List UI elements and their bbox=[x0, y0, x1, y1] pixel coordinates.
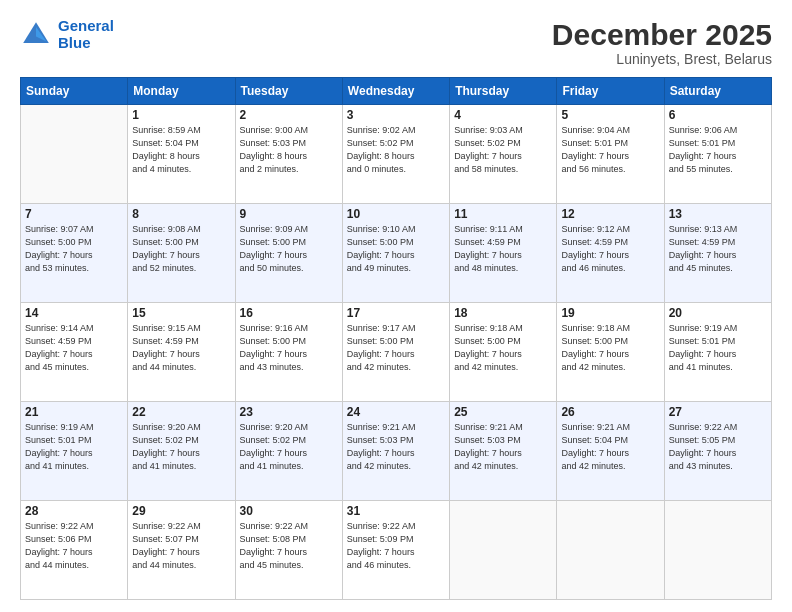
header-row: SundayMondayTuesdayWednesdayThursdayFrid… bbox=[21, 78, 772, 105]
day-number: 23 bbox=[240, 405, 338, 419]
logo-icon bbox=[20, 19, 52, 51]
day-number: 29 bbox=[132, 504, 230, 518]
day-info: Sunrise: 9:08 AM Sunset: 5:00 PM Dayligh… bbox=[132, 223, 230, 275]
day-number: 31 bbox=[347, 504, 445, 518]
day-cell: 27Sunrise: 9:22 AM Sunset: 5:05 PM Dayli… bbox=[664, 402, 771, 501]
day-info: Sunrise: 9:21 AM Sunset: 5:04 PM Dayligh… bbox=[561, 421, 659, 473]
day-info: Sunrise: 9:22 AM Sunset: 5:09 PM Dayligh… bbox=[347, 520, 445, 572]
day-info: Sunrise: 9:06 AM Sunset: 5:01 PM Dayligh… bbox=[669, 124, 767, 176]
day-info: Sunrise: 8:59 AM Sunset: 5:04 PM Dayligh… bbox=[132, 124, 230, 176]
day-info: Sunrise: 9:13 AM Sunset: 4:59 PM Dayligh… bbox=[669, 223, 767, 275]
day-info: Sunrise: 9:15 AM Sunset: 4:59 PM Dayligh… bbox=[132, 322, 230, 374]
day-info: Sunrise: 9:22 AM Sunset: 5:05 PM Dayligh… bbox=[669, 421, 767, 473]
week-row-5: 28Sunrise: 9:22 AM Sunset: 5:06 PM Dayli… bbox=[21, 501, 772, 600]
day-number: 22 bbox=[132, 405, 230, 419]
day-number: 17 bbox=[347, 306, 445, 320]
day-cell bbox=[557, 501, 664, 600]
day-number: 30 bbox=[240, 504, 338, 518]
day-cell bbox=[450, 501, 557, 600]
day-cell bbox=[664, 501, 771, 600]
day-cell: 19Sunrise: 9:18 AM Sunset: 5:00 PM Dayli… bbox=[557, 303, 664, 402]
day-number: 9 bbox=[240, 207, 338, 221]
day-info: Sunrise: 9:18 AM Sunset: 5:00 PM Dayligh… bbox=[454, 322, 552, 374]
day-number: 20 bbox=[669, 306, 767, 320]
day-number: 3 bbox=[347, 108, 445, 122]
day-cell: 1Sunrise: 8:59 AM Sunset: 5:04 PM Daylig… bbox=[128, 105, 235, 204]
day-cell: 23Sunrise: 9:20 AM Sunset: 5:02 PM Dayli… bbox=[235, 402, 342, 501]
day-info: Sunrise: 9:02 AM Sunset: 5:02 PM Dayligh… bbox=[347, 124, 445, 176]
day-info: Sunrise: 9:22 AM Sunset: 5:07 PM Dayligh… bbox=[132, 520, 230, 572]
day-number: 13 bbox=[669, 207, 767, 221]
logo-text: General Blue bbox=[58, 18, 114, 51]
day-info: Sunrise: 9:12 AM Sunset: 4:59 PM Dayligh… bbox=[561, 223, 659, 275]
day-cell bbox=[21, 105, 128, 204]
day-number: 18 bbox=[454, 306, 552, 320]
week-row-2: 7Sunrise: 9:07 AM Sunset: 5:00 PM Daylig… bbox=[21, 204, 772, 303]
day-number: 19 bbox=[561, 306, 659, 320]
day-number: 21 bbox=[25, 405, 123, 419]
week-row-4: 21Sunrise: 9:19 AM Sunset: 5:01 PM Dayli… bbox=[21, 402, 772, 501]
day-cell: 29Sunrise: 9:22 AM Sunset: 5:07 PM Dayli… bbox=[128, 501, 235, 600]
day-cell: 10Sunrise: 9:10 AM Sunset: 5:00 PM Dayli… bbox=[342, 204, 449, 303]
day-cell: 22Sunrise: 9:20 AM Sunset: 5:02 PM Dayli… bbox=[128, 402, 235, 501]
day-number: 2 bbox=[240, 108, 338, 122]
day-info: Sunrise: 9:10 AM Sunset: 5:00 PM Dayligh… bbox=[347, 223, 445, 275]
day-info: Sunrise: 9:20 AM Sunset: 5:02 PM Dayligh… bbox=[240, 421, 338, 473]
day-cell: 16Sunrise: 9:16 AM Sunset: 5:00 PM Dayli… bbox=[235, 303, 342, 402]
day-info: Sunrise: 9:14 AM Sunset: 4:59 PM Dayligh… bbox=[25, 322, 123, 374]
day-info: Sunrise: 9:21 AM Sunset: 5:03 PM Dayligh… bbox=[454, 421, 552, 473]
day-cell: 18Sunrise: 9:18 AM Sunset: 5:00 PM Dayli… bbox=[450, 303, 557, 402]
day-cell: 6Sunrise: 9:06 AM Sunset: 5:01 PM Daylig… bbox=[664, 105, 771, 204]
day-number: 16 bbox=[240, 306, 338, 320]
day-cell: 13Sunrise: 9:13 AM Sunset: 4:59 PM Dayli… bbox=[664, 204, 771, 303]
day-cell: 2Sunrise: 9:00 AM Sunset: 5:03 PM Daylig… bbox=[235, 105, 342, 204]
day-number: 1 bbox=[132, 108, 230, 122]
day-info: Sunrise: 9:03 AM Sunset: 5:02 PM Dayligh… bbox=[454, 124, 552, 176]
day-info: Sunrise: 9:18 AM Sunset: 5:00 PM Dayligh… bbox=[561, 322, 659, 374]
logo-line1: General bbox=[58, 17, 114, 34]
day-number: 14 bbox=[25, 306, 123, 320]
day-cell: 8Sunrise: 9:08 AM Sunset: 5:00 PM Daylig… bbox=[128, 204, 235, 303]
day-number: 10 bbox=[347, 207, 445, 221]
day-header-wednesday: Wednesday bbox=[342, 78, 449, 105]
day-number: 24 bbox=[347, 405, 445, 419]
day-info: Sunrise: 9:07 AM Sunset: 5:00 PM Dayligh… bbox=[25, 223, 123, 275]
day-cell: 25Sunrise: 9:21 AM Sunset: 5:03 PM Dayli… bbox=[450, 402, 557, 501]
day-number: 15 bbox=[132, 306, 230, 320]
day-number: 11 bbox=[454, 207, 552, 221]
day-cell: 20Sunrise: 9:19 AM Sunset: 5:01 PM Dayli… bbox=[664, 303, 771, 402]
day-info: Sunrise: 9:21 AM Sunset: 5:03 PM Dayligh… bbox=[347, 421, 445, 473]
day-cell: 14Sunrise: 9:14 AM Sunset: 4:59 PM Dayli… bbox=[21, 303, 128, 402]
day-info: Sunrise: 9:16 AM Sunset: 5:00 PM Dayligh… bbox=[240, 322, 338, 374]
day-header-saturday: Saturday bbox=[664, 78, 771, 105]
day-cell: 26Sunrise: 9:21 AM Sunset: 5:04 PM Dayli… bbox=[557, 402, 664, 501]
day-info: Sunrise: 9:19 AM Sunset: 5:01 PM Dayligh… bbox=[25, 421, 123, 473]
day-cell: 24Sunrise: 9:21 AM Sunset: 5:03 PM Dayli… bbox=[342, 402, 449, 501]
day-number: 5 bbox=[561, 108, 659, 122]
calendar-table: SundayMondayTuesdayWednesdayThursdayFrid… bbox=[20, 77, 772, 600]
day-number: 12 bbox=[561, 207, 659, 221]
day-info: Sunrise: 9:11 AM Sunset: 4:59 PM Dayligh… bbox=[454, 223, 552, 275]
calendar-subtitle: Luninyets, Brest, Belarus bbox=[552, 51, 772, 67]
day-info: Sunrise: 9:00 AM Sunset: 5:03 PM Dayligh… bbox=[240, 124, 338, 176]
day-number: 6 bbox=[669, 108, 767, 122]
day-header-friday: Friday bbox=[557, 78, 664, 105]
day-cell: 28Sunrise: 9:22 AM Sunset: 5:06 PM Dayli… bbox=[21, 501, 128, 600]
day-info: Sunrise: 9:22 AM Sunset: 5:06 PM Dayligh… bbox=[25, 520, 123, 572]
day-cell: 15Sunrise: 9:15 AM Sunset: 4:59 PM Dayli… bbox=[128, 303, 235, 402]
page: General Blue December 2025 Luninyets, Br… bbox=[0, 0, 792, 612]
day-cell: 21Sunrise: 9:19 AM Sunset: 5:01 PM Dayli… bbox=[21, 402, 128, 501]
day-number: 27 bbox=[669, 405, 767, 419]
day-number: 28 bbox=[25, 504, 123, 518]
day-cell: 17Sunrise: 9:17 AM Sunset: 5:00 PM Dayli… bbox=[342, 303, 449, 402]
day-cell: 11Sunrise: 9:11 AM Sunset: 4:59 PM Dayli… bbox=[450, 204, 557, 303]
day-info: Sunrise: 9:17 AM Sunset: 5:00 PM Dayligh… bbox=[347, 322, 445, 374]
day-info: Sunrise: 9:04 AM Sunset: 5:01 PM Dayligh… bbox=[561, 124, 659, 176]
day-number: 26 bbox=[561, 405, 659, 419]
day-cell: 4Sunrise: 9:03 AM Sunset: 5:02 PM Daylig… bbox=[450, 105, 557, 204]
day-info: Sunrise: 9:22 AM Sunset: 5:08 PM Dayligh… bbox=[240, 520, 338, 572]
logo-line2: Blue bbox=[58, 34, 91, 51]
day-info: Sunrise: 9:20 AM Sunset: 5:02 PM Dayligh… bbox=[132, 421, 230, 473]
day-cell: 30Sunrise: 9:22 AM Sunset: 5:08 PM Dayli… bbox=[235, 501, 342, 600]
day-info: Sunrise: 9:19 AM Sunset: 5:01 PM Dayligh… bbox=[669, 322, 767, 374]
